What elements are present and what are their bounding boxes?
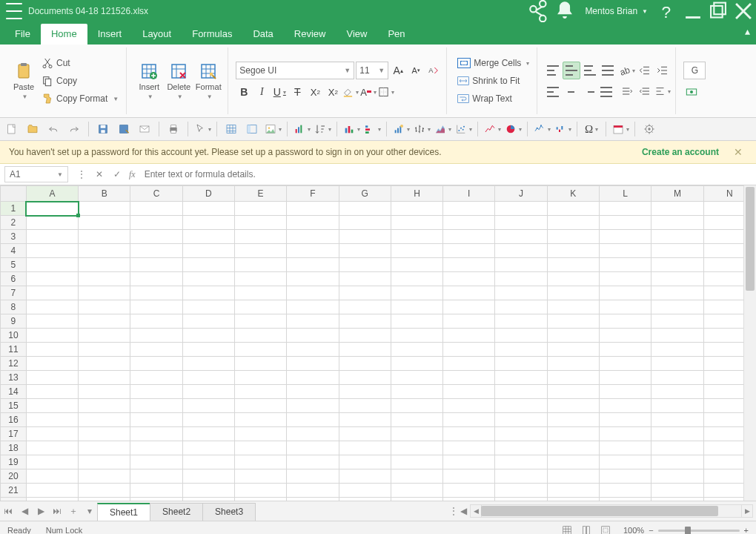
row-header[interactable]: 20 xyxy=(1,469,27,484)
cell[interactable] xyxy=(391,484,442,498)
line-icon[interactable]: ▾ xyxy=(483,120,501,138)
cell[interactable] xyxy=(26,484,78,498)
cell[interactable] xyxy=(339,441,391,455)
email-icon[interactable] xyxy=(136,120,153,138)
cell[interactable] xyxy=(495,357,547,371)
cell[interactable] xyxy=(443,441,495,455)
cell[interactable] xyxy=(182,202,234,216)
cell[interactable] xyxy=(287,399,339,413)
col-header[interactable]: F xyxy=(287,186,339,202)
cell[interactable] xyxy=(599,272,651,286)
cell[interactable] xyxy=(26,371,78,385)
row-header[interactable]: 9 xyxy=(1,314,27,329)
view-break-icon[interactable] xyxy=(598,524,613,534)
tab-home[interactable]: Home xyxy=(41,24,87,44)
cell[interactable] xyxy=(26,258,78,272)
sheet-list-icon[interactable]: ▾ xyxy=(82,503,98,519)
cell[interactable] xyxy=(547,469,599,484)
undo-icon[interactable] xyxy=(44,120,62,138)
cell[interactable] xyxy=(599,371,651,385)
row-header[interactable]: 22 xyxy=(1,498,27,501)
cell[interactable] xyxy=(599,258,651,272)
cell[interactable] xyxy=(26,230,78,244)
sheet-tab[interactable]: Sheet2 xyxy=(150,503,203,521)
cell[interactable] xyxy=(495,399,547,413)
cell[interactable] xyxy=(599,469,651,484)
cell[interactable] xyxy=(287,300,339,314)
font-size-select[interactable]: 11▼ xyxy=(356,62,388,79)
col-header[interactable]: D xyxy=(182,186,234,202)
cell[interactable] xyxy=(130,258,182,272)
cell[interactable] xyxy=(182,498,234,501)
cell[interactable] xyxy=(391,385,442,399)
cell[interactable] xyxy=(495,441,547,455)
cell[interactable] xyxy=(26,413,78,427)
collapse-ribbon-icon[interactable]: ▴ xyxy=(745,25,750,37)
cell[interactable] xyxy=(182,343,234,357)
currency-icon[interactable] xyxy=(683,84,700,100)
cell[interactable] xyxy=(287,455,339,469)
cell[interactable] xyxy=(599,343,651,357)
cell[interactable] xyxy=(26,455,78,469)
cell[interactable] xyxy=(130,202,182,216)
row-header[interactable]: 2 xyxy=(1,216,27,230)
row-header[interactable]: 3 xyxy=(1,230,27,244)
tab-review[interactable]: Review xyxy=(284,24,336,44)
cell[interactable] xyxy=(182,413,234,427)
cell[interactable] xyxy=(182,286,234,300)
close-icon[interactable] xyxy=(731,0,756,22)
share-icon[interactable] xyxy=(527,0,552,22)
cell[interactable] xyxy=(599,216,651,230)
cell[interactable] xyxy=(391,498,442,501)
cell[interactable] xyxy=(182,216,234,230)
winloss-icon[interactable]: ▾ xyxy=(554,120,571,138)
cell[interactable] xyxy=(495,286,547,300)
cell[interactable] xyxy=(339,357,391,371)
cell[interactable] xyxy=(599,484,651,498)
cell[interactable] xyxy=(339,329,391,343)
cell[interactable] xyxy=(26,202,78,216)
stock-icon[interactable]: ▾ xyxy=(413,120,431,138)
row-header[interactable]: 1 xyxy=(1,202,27,216)
cell[interactable] xyxy=(495,469,547,484)
cell[interactable] xyxy=(495,455,547,469)
cell[interactable] xyxy=(234,343,286,357)
sheet-next-icon[interactable]: ▶ xyxy=(33,503,49,519)
cell[interactable] xyxy=(130,399,182,413)
cell[interactable] xyxy=(443,498,495,501)
row-header[interactable]: 18 xyxy=(1,441,27,455)
cell[interactable] xyxy=(495,329,547,343)
cell[interactable] xyxy=(234,469,286,484)
tab-file[interactable]: File xyxy=(4,24,41,44)
cell[interactable] xyxy=(651,469,703,484)
insert-button[interactable]: Insert▼ xyxy=(134,53,164,108)
number-format-select[interactable]: G xyxy=(683,62,706,79)
row-header[interactable]: 14 xyxy=(1,385,27,399)
cell[interactable] xyxy=(130,230,182,244)
print-icon[interactable] xyxy=(165,120,182,138)
cell[interactable] xyxy=(339,413,391,427)
cell[interactable] xyxy=(79,329,130,343)
shrink-font-icon[interactable]: A▾ xyxy=(408,62,424,79)
sheet-tab[interactable]: Sheet3 xyxy=(202,503,256,521)
align-left-icon[interactable] xyxy=(545,84,561,100)
cell[interactable] xyxy=(234,413,286,427)
cell[interactable] xyxy=(234,300,286,314)
cell[interactable] xyxy=(599,286,651,300)
border-icon[interactable]: ▾ xyxy=(378,84,394,100)
cell[interactable] xyxy=(651,484,703,498)
cell[interactable] xyxy=(495,385,547,399)
cell[interactable] xyxy=(182,469,234,484)
cell[interactable] xyxy=(547,413,599,427)
cell[interactable] xyxy=(130,244,182,258)
cell[interactable] xyxy=(391,314,442,329)
cell[interactable] xyxy=(234,498,286,501)
cell[interactable] xyxy=(234,329,286,343)
cell[interactable] xyxy=(495,498,547,501)
cell[interactable] xyxy=(651,455,703,469)
settings-icon[interactable] xyxy=(640,120,658,138)
cell[interactable] xyxy=(339,230,391,244)
cell[interactable] xyxy=(339,498,391,501)
cell[interactable] xyxy=(391,286,442,300)
cell[interactable] xyxy=(391,469,442,484)
